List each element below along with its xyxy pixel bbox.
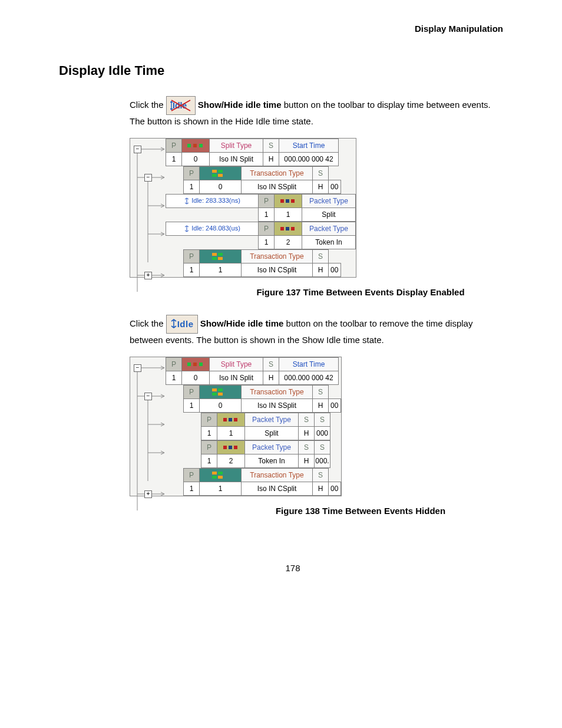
cell: 000.000 000 42 <box>279 371 339 384</box>
col-s: S <box>299 413 315 426</box>
cell: 1 <box>184 263 200 276</box>
tree-expander-collapse[interactable]: − <box>134 146 141 153</box>
col-s: S <box>313 385 329 398</box>
svg-rect-21 <box>193 363 197 366</box>
svg-rect-15 <box>291 227 295 230</box>
transaction-icon <box>200 468 242 482</box>
cell: H <box>263 152 279 166</box>
split-type-header: Split Type <box>210 357 263 371</box>
para1-bold: Show/Hide idle time <box>198 100 282 110</box>
cell: 1 <box>200 263 242 276</box>
cell: Iso IN SSplit <box>242 180 313 193</box>
figure-137-caption: Figure 137 Time Between Events Display E… <box>59 287 527 297</box>
tree-lines <box>130 357 166 510</box>
start-time-header: Start Time <box>279 139 339 152</box>
svg-rect-25 <box>212 393 217 396</box>
svg-rect-14 <box>286 227 289 230</box>
idle-text: Idle: 248.083(us) <box>191 225 240 232</box>
cell: 1 <box>217 426 245 440</box>
idle-show-icon <box>170 319 177 328</box>
cell: Token In <box>302 235 356 249</box>
idle-row-1: Idle: 283.333(ns) P Packet Type 1 1 Spli… <box>166 194 356 222</box>
paragraph-1: Click the Idle Show/Hide idle time butto… <box>130 96 507 129</box>
packet-type-header: Packet Type <box>302 194 356 207</box>
col-p: P <box>259 194 275 207</box>
cell: 1 <box>275 207 302 221</box>
trace-table-2d: P Packet Type S S 1 2 Token In H 000. <box>201 440 330 468</box>
show-idle-toolbar-button[interactable]: Idle <box>166 315 198 334</box>
start-time-header: Start Time <box>279 357 339 371</box>
idle-button-label: Idle <box>177 319 194 329</box>
col-p: P <box>166 357 182 371</box>
svg-rect-23 <box>212 388 217 391</box>
para2-bold: Show/Hide idle time <box>200 318 284 328</box>
split-type-header: Split Type <box>210 139 263 152</box>
cell: 0 <box>182 371 210 384</box>
svg-rect-27 <box>223 418 227 421</box>
packet-type-header: Packet Type <box>302 222 356 235</box>
tree-expander-expand[interactable]: + <box>144 272 152 279</box>
para2-pre: Click the <box>130 318 166 328</box>
tree-expander-collapse[interactable]: − <box>134 364 141 372</box>
cell: Split <box>245 426 299 440</box>
svg-rect-16 <box>212 253 217 256</box>
cell: H <box>263 371 279 384</box>
packet-icon <box>217 413 245 426</box>
tree-expander-collapse[interactable]: − <box>144 393 152 400</box>
col-s2: S <box>315 413 330 426</box>
col-s: S <box>313 249 329 263</box>
tree-expander-expand[interactable]: + <box>144 490 152 498</box>
figure-137-screenshot: − − + P Split Type S Start Time 1 0 Iso … <box>130 138 356 278</box>
paragraph-2: Click the Idle Show/Hide idle time butto… <box>130 315 507 347</box>
svg-rect-3 <box>187 144 191 147</box>
trace-table-2e: P Transaction Type S 1 1 Iso IN CSplit H… <box>183 468 341 496</box>
packet-icon <box>275 222 302 235</box>
cell: 2 <box>217 454 245 467</box>
transaction-icon <box>200 249 242 263</box>
transaction-type-header: Transaction Type <box>242 249 313 263</box>
hide-idle-toolbar-button[interactable]: Idle <box>166 96 196 115</box>
transaction-type-header: Transaction Type <box>242 385 313 398</box>
packet-icon <box>275 194 302 207</box>
idle-time-label: Idle: 283.333(ns) <box>166 194 259 207</box>
trace-table-1c: P Transaction Type S 1 1 Iso IN CSplit H… <box>183 249 341 277</box>
svg-rect-20 <box>187 363 191 366</box>
svg-rect-13 <box>280 227 284 230</box>
packet-type-header: Packet Type <box>245 413 299 426</box>
col-p: P <box>201 413 217 426</box>
col-p: P <box>259 222 275 235</box>
section-heading: Display Idle Time <box>59 63 527 78</box>
svg-rect-30 <box>223 446 227 449</box>
col-p: P <box>201 440 217 454</box>
split-icon <box>182 357 210 371</box>
svg-rect-4 <box>193 144 197 147</box>
svg-rect-22 <box>199 363 203 366</box>
svg-rect-24 <box>218 388 223 391</box>
svg-rect-10 <box>280 199 284 203</box>
svg-rect-9 <box>218 174 223 177</box>
idle-arrow-icon <box>184 225 190 232</box>
cell: Iso IN Split <box>210 371 263 384</box>
svg-rect-12 <box>291 199 295 203</box>
cell: H <box>299 426 315 440</box>
cell: H <box>299 454 315 467</box>
idle-time-label: Idle: 248.083(us) <box>166 222 259 235</box>
cell: Iso IN CSplit <box>242 482 313 495</box>
cell: Token In <box>245 454 299 467</box>
svg-rect-18 <box>212 257 217 260</box>
cell: H <box>313 263 329 276</box>
cell: 00 <box>329 398 341 412</box>
svg-rect-33 <box>212 472 217 475</box>
cell: 1 <box>259 235 275 249</box>
col-s: S <box>299 440 315 454</box>
tree-expander-collapse[interactable]: − <box>144 174 152 182</box>
svg-rect-7 <box>218 170 223 173</box>
cell: 00 <box>329 263 341 276</box>
page-header: Display Manipulation <box>59 24 527 34</box>
trace-table-2b: P Transaction Type S 1 0 Iso IN SSplit H… <box>183 385 341 413</box>
idle-hide-icon: Idle <box>170 99 191 112</box>
cell: 1 <box>166 152 182 166</box>
para1-pre: Click the <box>130 100 166 110</box>
svg-rect-5 <box>199 144 203 147</box>
col-s: S <box>263 357 279 371</box>
